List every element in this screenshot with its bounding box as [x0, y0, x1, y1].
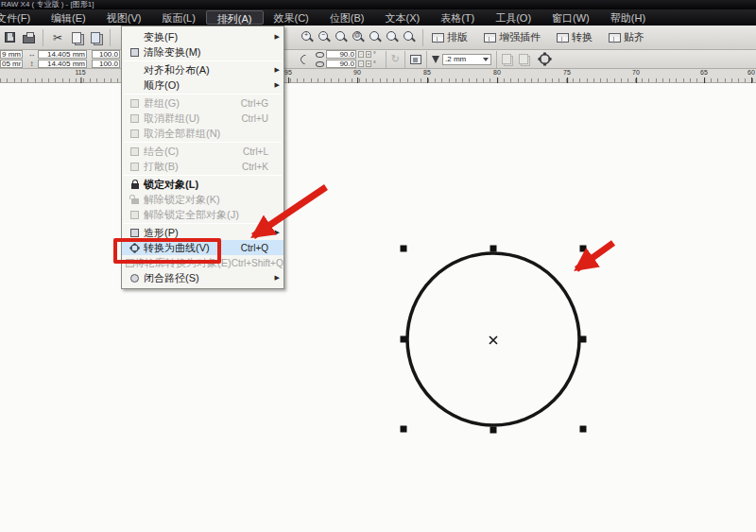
object-width-field[interactable] [38, 50, 87, 59]
start-angle-field[interactable] [326, 50, 356, 59]
menu-separator [124, 94, 282, 94]
submenu-arrow-icon: ▶ [275, 81, 280, 89]
menu-arrange[interactable]: 排列(A) [206, 10, 264, 25]
scale-x-field[interactable] [92, 50, 120, 59]
toolbar-button-convert[interactable]: 转换 [553, 28, 596, 46]
scale-y-field[interactable] [92, 60, 120, 68]
menu-help[interactable]: 帮助(H) [600, 10, 656, 25]
toolbar-separator [422, 29, 423, 46]
ruler-number: 80 [493, 69, 501, 76]
menu-layout[interactable]: 版面(L) [151, 10, 205, 25]
menu-table[interactable]: 表格(T) [430, 10, 485, 25]
toolbar-separator [110, 29, 111, 46]
clear-transform-icon [126, 46, 144, 58]
to-back-icon[interactable] [519, 54, 528, 64]
paste-button[interactable] [86, 28, 105, 47]
menu-window[interactable]: 窗口(W) [541, 10, 600, 25]
end-angle-field[interactable] [326, 60, 356, 68]
zoom-page-width-icon[interactable] [401, 28, 418, 46]
object-height-icon: ↕ [27, 60, 36, 68]
zoom-selected-icon[interactable] [333, 28, 350, 46]
object-x-field[interactable] [0, 50, 23, 59]
angle-spin-up[interactable]: + [366, 60, 371, 67]
ruler-number: 85 [423, 69, 431, 76]
zoom-actual-icon[interactable]: @ [350, 28, 367, 46]
menu-tools[interactable]: 工具(O) [485, 10, 541, 25]
menu-item-ungroup[interactable]: 取消群组(U) Ctrl+U [122, 111, 284, 126]
window-title: RAW X4 ( 专业版 ) - [图形1] [1, 0, 94, 9]
close-path-icon [126, 272, 144, 283]
menu-item-transform[interactable]: 变换(F) ▶ [122, 29, 284, 44]
menu-view[interactable]: 视图(V) [96, 10, 152, 25]
menu-edit[interactable]: 编辑(E) [41, 10, 96, 25]
chevron-down-icon [483, 58, 489, 61]
toolbar-button-snap[interactable]: 贴齐 [605, 28, 648, 46]
menu-item-group[interactable]: 群组(G) Ctrl+G [122, 95, 284, 111]
menu-item-break-apart[interactable]: 打散(B) Ctrl+K [122, 159, 284, 174]
scissors-icon: ✂ [53, 31, 62, 44]
to-front-icon[interactable] [502, 54, 511, 64]
angle-spin-down[interactable]: - [358, 51, 364, 58]
angle-spin-up[interactable]: + [366, 51, 371, 58]
zoom-page-icon[interactable] [384, 28, 401, 46]
menu-bar: 文件(F) 编辑(E) 视图(V) 版面(L) 排列(A) 效果(C) 位图(B… [0, 9, 756, 26]
submenu-arrow-icon: ▶ [275, 66, 280, 74]
menu-effects[interactable]: 效果(C) [264, 10, 319, 25]
submenu-arrow-icon: ▶ [275, 33, 280, 41]
plugins-icon [484, 33, 496, 43]
menu-text[interactable]: 文本(X) [374, 10, 430, 25]
change-direction-icon[interactable]: ↻ [391, 53, 400, 65]
ruler-number: 65 [700, 69, 708, 76]
wrap-text-icon[interactable] [410, 55, 421, 64]
toolbar-separator [43, 29, 43, 46]
menu-separator [124, 175, 282, 176]
size-fields: ↔ ↕ [27, 50, 87, 68]
horizontal-ruler[interactable]: 115 95 90 85 80 75 70 65 60 [0, 69, 756, 83]
drawing-canvas[interactable] [0, 83, 756, 532]
print-button[interactable] [19, 28, 38, 47]
title-bar: RAW X4 ( 专业版 ) - [图形1] [0, 0, 756, 9]
cut-button[interactable]: ✂ [48, 28, 67, 47]
shaping-icon [126, 227, 144, 238]
menu-item-ungroup-all[interactable]: 取消全部群组(N) [122, 126, 284, 141]
ruler-number: 75 [563, 69, 571, 76]
object-y-field[interactable] [0, 60, 23, 68]
toolbar-button-plugins[interactable]: 增强插件 [480, 28, 544, 46]
menu-item-clear-transform[interactable]: 清除变换(M) [122, 44, 284, 60]
menu-item-unlock-object[interactable]: 解除锁定对象(K) [122, 192, 284, 207]
ruler-number: 70 [632, 69, 640, 76]
outline-width-select[interactable]: .2 mm [442, 54, 491, 65]
ruler-number: 115 [75, 69, 85, 76]
scale-fields [92, 50, 120, 68]
menu-item-order[interactable]: 顺序(O) ▶ [122, 77, 284, 93]
menu-bitmaps[interactable]: 位图(B) [319, 10, 375, 25]
menu-item-align-distribute[interactable]: 对齐和分布(A) ▶ [122, 62, 284, 77]
menu-separator [124, 223, 282, 224]
menu-item-icon [126, 31, 144, 43]
angle-spin-down[interactable]: - [358, 60, 364, 67]
toolbar-button-label: 贴齐 [624, 30, 644, 44]
convert-icon [557, 33, 569, 43]
toolbar-button-typeset[interactable]: 排版 [428, 28, 472, 46]
typeset-icon [432, 33, 444, 43]
convert-to-curves-icon[interactable] [538, 52, 552, 66]
toolbar-button-label: 排版 [447, 30, 468, 44]
arc-shape-icon[interactable] [299, 52, 312, 65]
end-angle-icon [316, 61, 324, 67]
copy-icon [72, 32, 81, 43]
menu-item-lock-object[interactable]: 锁定对象(L) [122, 177, 284, 192]
menu-item-combine[interactable]: 结合(C) Ctrl+L [122, 144, 284, 159]
zoom-in-icon[interactable]: + [299, 28, 316, 46]
object-height-field[interactable] [38, 60, 87, 68]
ruler-number: 60 [747, 69, 755, 76]
menu-item-unlock-all[interactable]: 解除锁定全部对象(J) [122, 207, 284, 222]
save-button[interactable] [0, 28, 19, 47]
ruler-number: 95 [284, 69, 292, 76]
zoom-out-icon[interactable]: − [316, 28, 333, 46]
combine-icon [126, 146, 144, 157]
menu-file[interactable]: 文件(F) [0, 10, 41, 25]
copy-button[interactable] [67, 28, 86, 47]
zoom-all-objects-icon[interactable] [367, 28, 384, 46]
menu-item-close-path[interactable]: 闭合路径(S) ▶ [122, 270, 284, 285]
propbar-separator [426, 51, 427, 68]
